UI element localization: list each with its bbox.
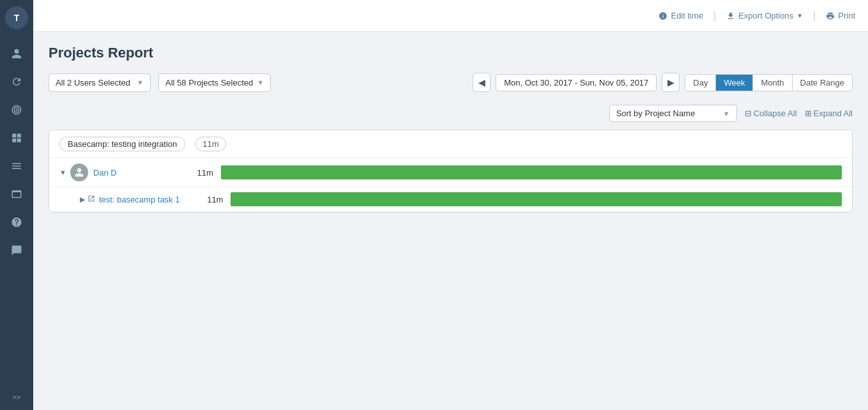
users-dropdown-label: All 2 Users Selected xyxy=(56,78,130,87)
topbar-divider2: | xyxy=(813,10,816,22)
sidebar-item-help[interactable] xyxy=(5,211,28,234)
task-expand-btn[interactable]: ▶ xyxy=(80,195,85,204)
user-name[interactable]: Dan D xyxy=(93,168,170,178)
task-row: ▶ test: basecamp task 1 11m xyxy=(49,187,852,212)
task-name[interactable]: test: basecamp task 1 xyxy=(99,195,179,204)
logo-text: T xyxy=(14,13,20,23)
day-view-btn[interactable]: Day xyxy=(685,75,716,91)
filter-row: All 2 Users Selected ▼ All 58 Projects S… xyxy=(49,73,853,92)
sidebar-expand-btn[interactable]: >> xyxy=(10,391,24,404)
expand-all-btn[interactable]: ⊞ Expand All xyxy=(805,109,853,118)
sidebar-item-chat[interactable] xyxy=(5,239,28,262)
collapse-icon: ⊟ xyxy=(745,109,752,118)
projects-dropdown-arrow: ▼ xyxy=(257,79,264,86)
collapse-all-btn[interactable]: ⊟ Collapse All xyxy=(745,109,797,118)
task-bar-cell xyxy=(231,192,842,206)
sidebar-item-list[interactable] xyxy=(5,155,28,178)
projects-dropdown[interactable]: All 58 Projects Selected ▼ xyxy=(158,73,271,92)
prev-date-btn[interactable]: ◀ xyxy=(473,73,491,92)
sidebar-item-grid[interactable] xyxy=(5,126,28,149)
report-table: Basecamp: testing integration 11m ▼ Dan … xyxy=(49,130,853,213)
sort-dropdown-arrow: ▼ xyxy=(723,110,730,118)
sort-row: Sort by Project Name ▼ ⊟ Collapse All ⊞ … xyxy=(49,105,853,122)
export-options-btn[interactable]: Export Options ▼ xyxy=(726,11,803,20)
users-dropdown-arrow: ▼ xyxy=(137,79,144,86)
date-view-buttons: Day Week Month Date Range xyxy=(685,74,853,91)
sort-dropdown-label: Sort by Project Name xyxy=(616,109,696,118)
sidebar-item-card[interactable] xyxy=(5,183,28,206)
date-range-display: Mon, Oct 30, 2017 - Sun, Nov 05, 2017 xyxy=(496,74,657,91)
sidebar-item-person[interactable] xyxy=(5,42,28,65)
page-title: Projects Report xyxy=(49,45,853,61)
edit-time-label: Edit time xyxy=(671,11,703,20)
svg-point-2 xyxy=(16,109,18,111)
print-btn[interactable]: Print xyxy=(826,11,855,20)
sidebar-bottom: >> xyxy=(10,391,24,404)
topbar: Edit time | Export Options ▼ | Print xyxy=(33,0,868,32)
sidebar-item-refresh[interactable] xyxy=(5,70,28,93)
edit-time-btn[interactable]: Edit time xyxy=(659,11,703,20)
month-view-btn[interactable]: Month xyxy=(753,75,792,91)
content-area: Projects Report All 2 Users Selected ▼ A… xyxy=(33,32,868,410)
user-avatar xyxy=(70,163,88,181)
date-range-view-btn[interactable]: Date Range xyxy=(793,75,852,91)
sidebar: T >> xyxy=(0,0,33,410)
project-header-row: Basecamp: testing integration 11m xyxy=(49,130,852,158)
user-collapse-btn[interactable]: ▼ xyxy=(59,169,66,176)
project-total-time: 11m xyxy=(195,137,225,151)
project-name-badge: Basecamp: testing integration xyxy=(59,137,185,151)
sidebar-logo[interactable]: T xyxy=(5,6,28,29)
projects-dropdown-label: All 58 Projects Selected xyxy=(165,78,253,87)
topbar-divider1: | xyxy=(713,10,716,22)
export-options-label: Export Options xyxy=(738,11,793,20)
next-date-btn[interactable]: ▶ xyxy=(662,73,680,92)
user-bar-cell xyxy=(221,165,842,179)
week-view-btn[interactable]: Week xyxy=(716,75,753,91)
user-time-bar xyxy=(221,165,842,179)
task-time: 11m xyxy=(179,195,231,204)
expand-label: Expand All xyxy=(814,109,853,118)
users-dropdown[interactable]: All 2 Users Selected ▼ xyxy=(49,73,151,92)
sort-dropdown[interactable]: Sort by Project Name ▼ xyxy=(609,105,737,122)
task-time-bar xyxy=(231,192,842,206)
print-label: Print xyxy=(838,11,855,20)
task-link-icon xyxy=(88,195,95,204)
expand-icon: ⊞ xyxy=(805,109,812,118)
sidebar-item-target[interactable] xyxy=(5,98,28,121)
collapse-label: Collapse All xyxy=(754,109,797,118)
user-time: 11m xyxy=(170,168,221,178)
main-content: Edit time | Export Options ▼ | Print Pro… xyxy=(33,0,868,410)
date-navigation: ◀ Mon, Oct 30, 2017 - Sun, Nov 05, 2017 … xyxy=(473,73,853,92)
user-row: ▼ Dan D 11m xyxy=(49,158,852,187)
